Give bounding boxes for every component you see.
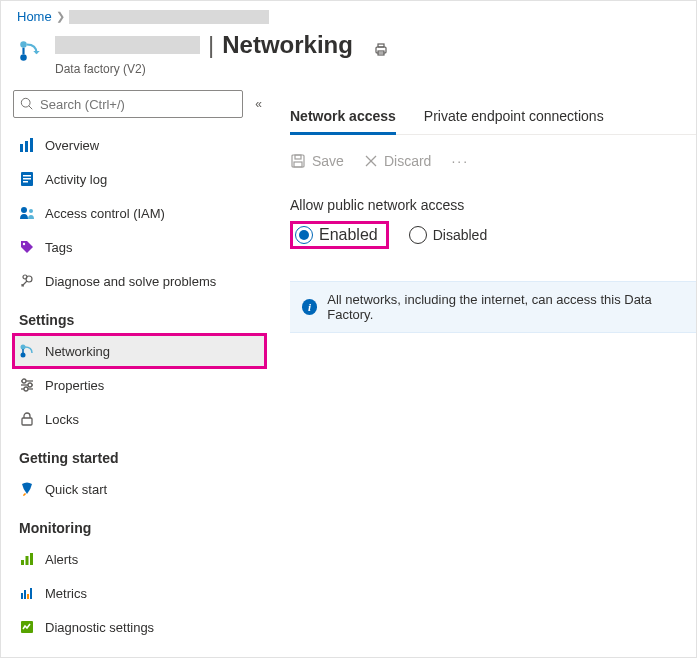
network-access-radio-group: Enabled Disabled	[290, 221, 696, 249]
sidebar-item-label: Diagnostic settings	[45, 620, 154, 635]
svg-rect-30	[30, 553, 33, 565]
svg-rect-28	[21, 560, 24, 565]
svg-point-14	[21, 207, 27, 213]
sidebar-item-properties[interactable]: Properties	[13, 368, 266, 402]
breadcrumb-home[interactable]: Home	[17, 9, 52, 24]
tags-icon	[19, 239, 35, 255]
sidebar-item-tags[interactable]: Tags	[13, 230, 266, 264]
sidebar-item-quick-start[interactable]: Quick start	[13, 472, 266, 506]
svg-rect-11	[23, 175, 31, 177]
svg-rect-29	[26, 556, 29, 565]
properties-icon	[19, 377, 35, 393]
sidebar-item-access-control[interactable]: Access control (IAM)	[13, 196, 266, 230]
sidebar-item-label: Activity log	[45, 172, 107, 187]
save-button[interactable]: Save	[290, 153, 344, 169]
tabs: Network access Private endpoint connecti…	[290, 108, 696, 135]
page-title: Networking	[222, 31, 353, 59]
radio-enabled[interactable]	[295, 226, 313, 244]
more-button[interactable]: ···	[451, 153, 469, 169]
page-header: | Networking Data factory (V2)	[1, 28, 696, 84]
print-icon[interactable]	[373, 42, 389, 62]
search-input-wrapper[interactable]	[13, 90, 243, 118]
svg-point-19	[21, 345, 26, 350]
discard-icon	[364, 154, 378, 168]
sidebar-section-settings: Settings	[13, 298, 266, 334]
tab-network-access[interactable]: Network access	[290, 108, 396, 135]
title-separator: |	[208, 31, 214, 59]
save-label: Save	[312, 153, 344, 169]
sidebar-item-label: Locks	[45, 412, 79, 427]
sidebar-item-metrics[interactable]: Metrics	[13, 576, 266, 610]
discard-button[interactable]: Discard	[364, 153, 431, 169]
sidebar-item-activity-log[interactable]: Activity log	[13, 162, 266, 196]
overview-icon	[19, 137, 35, 153]
resource-type-label: Data factory (V2)	[55, 62, 389, 76]
svg-rect-27	[22, 418, 32, 425]
sidebar-item-networking[interactable]: Networking	[13, 334, 266, 368]
search-icon	[20, 97, 34, 111]
networking-icon	[19, 343, 35, 359]
save-icon	[290, 153, 306, 169]
breadcrumb: Home ❯	[1, 1, 696, 28]
radio-disabled-label: Disabled	[433, 227, 487, 243]
diagnostic-settings-icon	[19, 619, 35, 635]
sidebar-item-label: Overview	[45, 138, 99, 153]
tab-private-endpoint[interactable]: Private endpoint connections	[424, 108, 604, 134]
radio-disabled[interactable]	[409, 226, 427, 244]
svg-point-26	[24, 387, 28, 391]
svg-rect-37	[295, 155, 301, 159]
search-input[interactable]	[34, 97, 236, 112]
sidebar-item-label: Alerts	[45, 552, 78, 567]
sidebar: « Overview Activity log Access control (…	[1, 84, 266, 644]
svg-rect-12	[23, 178, 31, 180]
network-access-label: Allow public network access	[290, 197, 696, 213]
lock-icon	[19, 411, 35, 427]
sidebar-item-diagnostic-settings[interactable]: Diagnostic settings	[13, 610, 266, 644]
sidebar-item-locks[interactable]: Locks	[13, 402, 266, 436]
sidebar-item-label: Properties	[45, 378, 104, 393]
svg-rect-7	[20, 144, 23, 152]
sidebar-item-label: Tags	[45, 240, 72, 255]
svg-rect-38	[294, 162, 302, 167]
info-banner: i All networks, including the internet, …	[290, 281, 696, 333]
svg-rect-9	[30, 138, 33, 152]
sidebar-item-label: Quick start	[45, 482, 107, 497]
sidebar-item-alerts[interactable]: Alerts	[13, 542, 266, 576]
info-icon: i	[302, 299, 317, 315]
toolbar: Save Discard ···	[290, 153, 696, 169]
svg-rect-33	[27, 594, 29, 599]
diagnose-icon	[19, 273, 35, 289]
svg-point-0	[20, 41, 27, 48]
alerts-icon	[19, 551, 35, 567]
collapse-sidebar-button[interactable]: «	[251, 93, 266, 115]
svg-point-1	[20, 54, 27, 61]
quick-start-icon	[19, 481, 35, 497]
sidebar-item-label: Diagnose and solve problems	[45, 274, 216, 289]
chevron-right-icon: ❯	[56, 10, 65, 23]
sidebar-section-getting-started: Getting started	[13, 436, 266, 472]
sidebar-item-label: Networking	[45, 344, 110, 359]
svg-point-22	[22, 379, 26, 383]
sidebar-item-overview[interactable]: Overview	[13, 128, 266, 162]
svg-rect-32	[24, 590, 26, 599]
svg-point-20	[21, 353, 26, 358]
svg-point-24	[28, 383, 32, 387]
svg-rect-34	[30, 588, 32, 599]
sidebar-item-label: Metrics	[45, 586, 87, 601]
sidebar-item-label: Access control (IAM)	[45, 206, 165, 221]
metrics-icon	[19, 585, 35, 601]
data-factory-icon	[17, 38, 43, 64]
main-content: Network access Private endpoint connecti…	[266, 84, 696, 644]
sidebar-section-monitoring: Monitoring	[13, 506, 266, 542]
svg-rect-13	[23, 181, 28, 183]
activity-log-icon	[19, 171, 35, 187]
discard-label: Discard	[384, 153, 431, 169]
breadcrumb-redacted	[69, 10, 269, 24]
radio-enabled-label: Enabled	[319, 226, 378, 244]
info-text: All networks, including the internet, ca…	[327, 292, 684, 322]
svg-point-15	[29, 209, 33, 213]
svg-rect-3	[378, 44, 384, 47]
svg-line-6	[29, 106, 33, 110]
resource-name-redacted	[55, 36, 200, 54]
sidebar-item-diagnose[interactable]: Diagnose and solve problems	[13, 264, 266, 298]
